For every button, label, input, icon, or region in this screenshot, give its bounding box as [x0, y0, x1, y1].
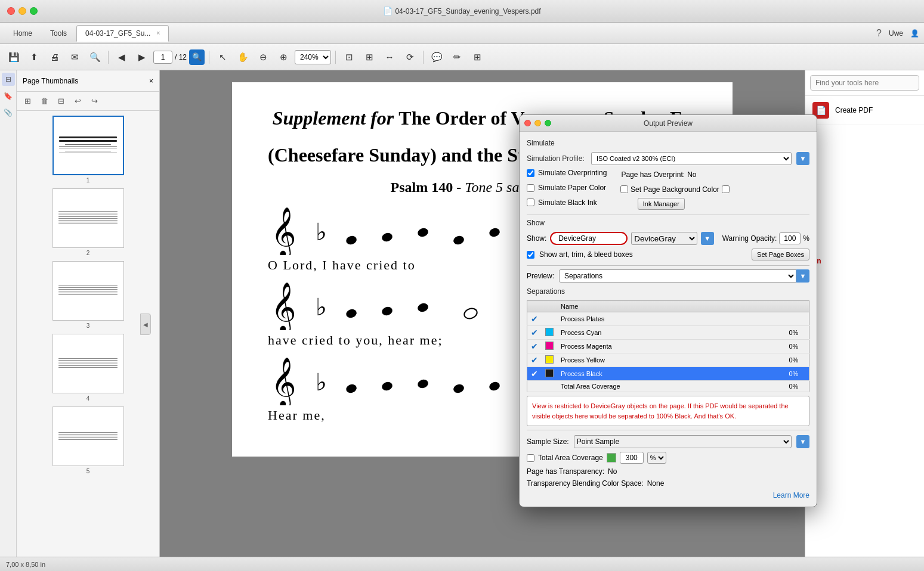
sep-row-process-plates[interactable]: ✔ Process Plates — [527, 312, 809, 326]
sample-size-row: Sample Size: Point Sample 3x3 Average 5x… — [527, 435, 809, 448]
simulation-profile-arrow[interactable]: ▼ — [796, 152, 809, 165]
print-button[interactable]: 🖨 — [45, 48, 63, 66]
help-button[interactable]: ? — [876, 28, 882, 39]
svg-point-24 — [452, 383, 465, 395]
save-button[interactable]: 💾 — [5, 48, 23, 66]
show-art-trim-label: Show art, trim, & bleed boxes — [539, 250, 633, 259]
show-art-trim-checkbox[interactable] — [527, 251, 534, 259]
sep-col-name: Name — [557, 301, 786, 312]
sidebar-delete-button[interactable]: 🗑 — [37, 94, 51, 108]
prev-page-button[interactable]: ◀ — [113, 48, 131, 66]
sep-row-yellow[interactable]: ✔ Process Yellow 0% — [527, 353, 809, 367]
nav-tab-tools-label: Tools — [50, 29, 67, 38]
set-background-checkbox2[interactable] — [722, 185, 730, 193]
thumbnail-page-1[interactable]: 1 — [21, 116, 154, 184]
fit-width-button[interactable]: ↔ — [381, 48, 398, 66]
sep-row-magenta[interactable]: ✔ Process Magenta 0% — [527, 340, 809, 353]
simulate-paper-checkbox[interactable] — [527, 184, 534, 192]
maximize-button[interactable] — [30, 7, 38, 15]
warning-opacity-input[interactable]: 100 — [779, 232, 801, 244]
nav-tab-close-button[interactable]: × — [156, 30, 160, 36]
dialog-minimize-button[interactable] — [534, 120, 541, 126]
sidebar-collapse-button[interactable]: ◀ — [140, 314, 151, 335]
preview-select-wrap: Separations Color Warnings Off ▼ — [559, 269, 809, 283]
more-button[interactable]: ⊞ — [468, 48, 486, 66]
sidebar-close-button[interactable]: × — [149, 77, 153, 85]
minimize-button[interactable] — [18, 7, 26, 15]
layers-strip-button[interactable]: ⊟ — [2, 73, 15, 86]
preview-select[interactable]: Separations Color Warnings Off — [559, 269, 796, 283]
thumbnail-page-4[interactable]: 4 — [21, 334, 154, 402]
email-button[interactable]: ✉ — [66, 48, 84, 66]
set-background-checkbox[interactable] — [620, 185, 628, 193]
page-number-input[interactable]: 1 — [153, 51, 172, 64]
simulate-label: Simulate — [527, 139, 809, 147]
comment-button[interactable]: 💬 — [428, 48, 446, 66]
show-select[interactable]: DeviceGray All DeviceCMYK — [631, 232, 697, 245]
page-separator: / 12 — [175, 53, 187, 61]
nav-tab-tools[interactable]: Tools — [42, 25, 75, 42]
preview-row: Preview: Separations Color Warnings Off … — [527, 269, 809, 283]
sidebar-split-button[interactable]: ⊟ — [54, 94, 68, 108]
nav-tab-home[interactable]: Home — [5, 25, 41, 42]
thumbnail-page-2[interactable]: 2 — [21, 188, 154, 256]
tools-search-input[interactable] — [810, 75, 919, 91]
show-select-arrow[interactable]: ▼ — [701, 232, 714, 245]
sep-name-plates: Process Plates — [557, 312, 786, 326]
svg-point-25 — [488, 381, 501, 392]
simulation-profile-select[interactable]: ISO Coated v2 300% (ECI) — [591, 152, 792, 165]
cursor-tool-button[interactable]: ↖ — [214, 48, 231, 66]
sidebar: Page Thumbnails × ⊞ 🗑 ⊟ ↩ ↪ — [17, 70, 160, 557]
simulate-overprinting-checkbox[interactable] — [527, 169, 534, 177]
tac-value-input[interactable]: 300 — [620, 452, 644, 464]
thumb-label-4: 4 — [86, 395, 90, 402]
annotations-strip-button[interactable]: 📎 — [2, 106, 15, 119]
sep-row-black[interactable]: ✔ Process Black 0% — [527, 367, 809, 381]
sidebar-grid-button[interactable]: ⊞ — [20, 94, 35, 108]
sidebar-redo-button[interactable]: ↪ — [87, 94, 101, 108]
hand-tool-button[interactable]: ✋ — [234, 48, 252, 66]
zoom-in-button[interactable]: ⊕ — [274, 48, 292, 66]
create-pdf-tool[interactable]: 📄 Create PDF — [805, 96, 924, 125]
sep-row-tac[interactable]: Total Area Coverage 0% — [527, 381, 809, 392]
tac-checkbox[interactable] — [527, 454, 534, 462]
toolbar-separator-2 — [209, 51, 209, 64]
nav-tab-document[interactable]: 04-03-17_GF5_Su... × — [76, 25, 169, 42]
next-page-button[interactable]: ▶ — [133, 48, 151, 66]
sep-row-cyan[interactable]: ✔ Process Cyan 0% — [527, 326, 809, 340]
show-value-text: DeviceGray — [558, 234, 596, 243]
treble-clef-3: 𝄞 — [268, 358, 316, 405]
ink-manager-button[interactable]: Ink Manager — [638, 198, 685, 210]
output-preview-dialog[interactable]: Output Preview Simulate Simulation Profi… — [519, 114, 817, 507]
sidebar-undo-button[interactable]: ↩ — [70, 94, 85, 108]
dialog-maximize-button[interactable] — [545, 120, 551, 126]
treble-clef-1: 𝄞 — [268, 207, 316, 255]
set-background-wrap: Set Page Background Color — [620, 185, 730, 194]
flat-2: ♭ — [316, 283, 327, 330]
learn-more-link[interactable]: Learn More — [773, 491, 809, 499]
sample-size-select[interactable]: Point Sample 3x3 Average 5x5 Average — [574, 435, 792, 448]
thumbnail-page-3[interactable]: 3 — [21, 261, 154, 329]
set-page-boxes-button[interactable]: Set Page Boxes — [752, 249, 809, 260]
zoom-select[interactable]: 240% 300% 150% 100% — [295, 50, 331, 64]
upload-button[interactable]: ⬆ — [25, 48, 43, 66]
close-button[interactable] — [7, 7, 15, 15]
dialog-titlebar: Output Preview — [520, 115, 817, 132]
simulate-black-ink-checkbox[interactable] — [527, 198, 534, 206]
zoom-out-button[interactable]: ⊖ — [254, 48, 272, 66]
sample-size-arrow[interactable]: ▼ — [796, 435, 809, 448]
dialog-close-button[interactable] — [524, 120, 531, 126]
bookmarks-strip-button[interactable]: 🔖 — [2, 89, 15, 103]
zoom-indicator: 🔍 — [189, 49, 205, 65]
rotate-button[interactable]: ⟳ — [401, 48, 419, 66]
sidebar-toolbar: ⊞ 🗑 ⊟ ↩ ↪ — [17, 92, 159, 111]
thumbnail-page-5[interactable]: 5 — [21, 406, 154, 474]
user-name: Uwe — [889, 29, 903, 38]
pen-button[interactable]: ✏ — [448, 48, 466, 66]
preview-select-arrow[interactable]: ▼ — [796, 269, 809, 283]
tac-color-swatch — [607, 453, 616, 463]
fit-page-button[interactable]: ⊡ — [340, 48, 358, 66]
search-button[interactable]: 🔍 — [86, 48, 104, 66]
tac-unit-select[interactable]: % — [647, 452, 666, 464]
actual-size-button[interactable]: ⊞ — [360, 48, 378, 66]
